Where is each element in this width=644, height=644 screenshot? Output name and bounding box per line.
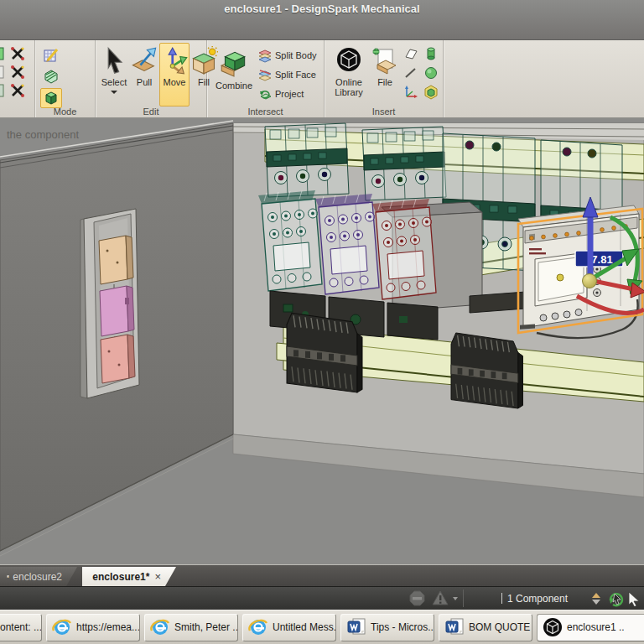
word-icon — [444, 617, 465, 637]
ribbon-group-clipped — [0, 40, 35, 117]
insert-shell-icon[interactable] — [423, 85, 439, 100]
taskbar-item-ie-untitled[interactable]: Untitled Mess... — [242, 614, 336, 641]
intersect-group-label: Intersect — [207, 106, 324, 117]
selection-status: 1 Component — [501, 587, 568, 610]
insert-file-button[interactable]: File — [370, 43, 400, 106]
insert-cylinder-icon[interactable] — [423, 46, 439, 61]
split-body-button[interactable]: Split Body — [257, 46, 317, 65]
windows-taskbar: ontent: ... https://emea... Smith, Peter… — [0, 610, 644, 644]
move-grid-icon[interactable] — [0, 46, 5, 61]
window-title: enclosure1 - DesignSpark Mechanical — [0, 3, 644, 15]
connector-block-salmon[interactable] — [101, 335, 135, 383]
connector-panel[interactable] — [80, 209, 139, 398]
word-icon — [346, 617, 366, 637]
project-button[interactable]: Project — [257, 85, 317, 103]
ribbon-group-edit: Select Pull — [96, 40, 207, 117]
move-handle-icon[interactable] — [10, 83, 25, 98]
solid-icon — [43, 90, 60, 106]
insert-line-icon[interactable] — [403, 65, 418, 80]
taskbar-item-word-tips[interactable]: Tips - Micros... — [340, 614, 434, 641]
status-bar: 1 Component — [0, 586, 644, 610]
viewport-3d-scene[interactable]: the component — [0, 118, 644, 564]
insert-sphere-icon[interactable] — [423, 65, 439, 80]
warning-icon[interactable] — [432, 587, 449, 610]
tab-enclosure1[interactable]: enclosure1* × — [82, 567, 176, 586]
contactor-teal[interactable] — [258, 190, 322, 291]
breaker-group-1[interactable] — [265, 123, 349, 197]
error-stop-icon[interactable] — [409, 587, 425, 610]
insert-axis-icon[interactable] — [403, 85, 418, 100]
move-icon — [160, 46, 189, 75]
section-mode-button[interactable] — [40, 66, 62, 86]
terminal-block-group-2[interactable] — [451, 333, 523, 408]
taskbar-item-ie-emea[interactable]: https://emea... — [46, 614, 140, 641]
orient-icon[interactable] — [10, 46, 25, 61]
spin-cursor-icon[interactable] — [607, 587, 624, 610]
pull-tool-button[interactable]: Pull — [129, 43, 159, 106]
combine-tool-button[interactable]: Combine — [210, 43, 257, 106]
taskbar-item-ie-smith[interactable]: Smith, Peter ... — [144, 614, 238, 641]
connector-block-tan[interactable] — [99, 236, 133, 284]
move-axes-icon[interactable] — [10, 65, 25, 80]
move-tool-button[interactable]: Move — [159, 43, 190, 106]
taskbar-item-designspark[interactable]: enclosure1 .. — [537, 614, 644, 641]
svg-text:7.81: 7.81 — [591, 253, 612, 266]
anchor-icon[interactable] — [0, 65, 5, 80]
project-icon — [257, 86, 273, 101]
taskbar-item-word-bom[interactable]: BOM QUOTE ... — [439, 614, 532, 641]
breaker-group-2[interactable] — [362, 127, 446, 200]
solid-mode-button[interactable] — [40, 88, 62, 108]
connector-block-pink[interactable] — [100, 286, 134, 336]
status-divider — [463, 589, 464, 607]
alerts-dropdown-caret[interactable] — [453, 587, 458, 610]
designspark-icon — [543, 617, 563, 637]
viewport-3d[interactable]: the component — [0, 118, 644, 564]
select-cursor-icon[interactable] — [627, 587, 641, 610]
document-icon — [7, 570, 9, 583]
terminal-block-group-1[interactable] — [287, 313, 362, 392]
select-tool-button[interactable]: Select — [99, 43, 129, 106]
tab-enclosure2[interactable]: enclosure2 — [0, 567, 77, 586]
tab-close-button[interactable]: × — [154, 570, 161, 583]
internet-explorer-icon — [248, 617, 268, 637]
online-library-button[interactable]: Online Library — [328, 43, 370, 106]
sketch-mode-button[interactable] — [40, 44, 62, 65]
file-icon — [371, 46, 399, 75]
gizmo-center-handle[interactable] — [583, 274, 597, 288]
taskbar-item-document[interactable]: ontent: ... — [0, 614, 42, 641]
split-face-button[interactable]: Split Face — [257, 65, 317, 84]
internet-explorer-icon — [150, 617, 170, 637]
split-body-icon — [257, 48, 273, 63]
split-face-icon — [257, 67, 273, 82]
ribbon-group-insert: Online Library File — [325, 40, 444, 117]
combine-icon — [218, 46, 250, 78]
ribbon-empty-area — [444, 40, 644, 117]
designspark-window: enclosure1 - DesignSpark Mechanical — [0, 0, 644, 644]
internet-explorer-icon — [52, 617, 72, 637]
ribbon-group-intersect: Combine Split Body — [207, 40, 325, 117]
online-library-icon — [335, 46, 363, 75]
contactor-purple[interactable] — [315, 194, 379, 294]
viewport-hint-text: the component — [7, 128, 79, 141]
ribbon-toolbar: Mode Select Pull — [0, 40, 644, 118]
insert-group-label: Insert — [325, 106, 443, 117]
contactor-red[interactable] — [372, 199, 436, 299]
ribbon-group-mode: Mode — [35, 40, 96, 117]
dimension-icon[interactable] — [0, 83, 5, 98]
document-tab-bar: enclosure2 enclosure1* × — [0, 564, 644, 586]
select-icon — [100, 46, 128, 75]
insert-plane-icon[interactable] — [403, 46, 418, 61]
title-bar: enclosure1 - DesignSpark Mechanical — [0, 0, 644, 40]
pan-up-down-control[interactable] — [592, 587, 600, 610]
pull-icon — [130, 46, 158, 75]
select-dropdown-caret[interactable] — [111, 91, 117, 94]
edit-group-label: Edit — [96, 106, 206, 117]
component-count-text: 1 Component — [507, 593, 568, 605]
mode-group-label: Mode — [35, 106, 95, 117]
section-icon — [43, 68, 60, 85]
sketch-icon — [43, 46, 60, 63]
